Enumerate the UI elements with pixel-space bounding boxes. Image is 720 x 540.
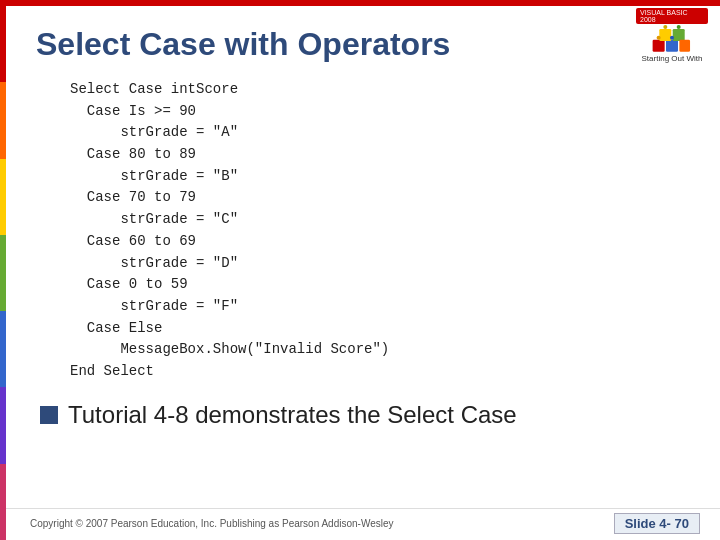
left-bar-seg-2 xyxy=(0,82,6,158)
footer-slide-number: Slide 4- 70 xyxy=(614,513,700,534)
content-area: Select Case with Operators Select Case i… xyxy=(0,6,720,508)
logo-label: Starting Out With xyxy=(642,54,703,64)
left-bar-seg-1 xyxy=(0,6,6,82)
logo-badge: VISUAL BASIC 2008 xyxy=(636,8,708,24)
bullet-text: Tutorial 4-8 demonstrates the Select Cas… xyxy=(68,401,517,429)
svg-point-7 xyxy=(663,25,667,29)
slide-title: Select Case with Operators xyxy=(36,26,700,63)
svg-point-8 xyxy=(677,25,681,29)
footer: Copyright © 2007 Pearson Education, Inc.… xyxy=(0,508,720,540)
left-bar-seg-4 xyxy=(0,235,6,311)
svg-rect-3 xyxy=(673,29,685,41)
left-bar-seg-7 xyxy=(0,464,6,540)
left-bar-seg-6 xyxy=(0,387,6,463)
svg-rect-1 xyxy=(666,40,678,52)
svg-point-5 xyxy=(657,36,661,40)
svg-point-6 xyxy=(670,36,674,40)
bullet-square xyxy=(40,406,58,424)
svg-rect-4 xyxy=(679,40,690,52)
left-bar-seg-3 xyxy=(0,159,6,235)
footer-copyright: Copyright © 2007 Pearson Education, Inc.… xyxy=(30,518,394,529)
left-bar xyxy=(0,6,6,540)
svg-rect-0 xyxy=(653,40,665,52)
slide: VISUAL BASIC 2008 Starting Out With Sele… xyxy=(0,0,720,540)
logo-area: VISUAL BASIC 2008 Starting Out With xyxy=(636,8,708,64)
svg-rect-2 xyxy=(659,29,671,41)
bullet-row: Tutorial 4-8 demonstrates the Select Cas… xyxy=(40,401,700,429)
left-bar-seg-5 xyxy=(0,311,6,387)
code-block: Select Case intScore Case Is >= 90 strGr… xyxy=(70,79,700,383)
logo-icon xyxy=(641,25,703,54)
